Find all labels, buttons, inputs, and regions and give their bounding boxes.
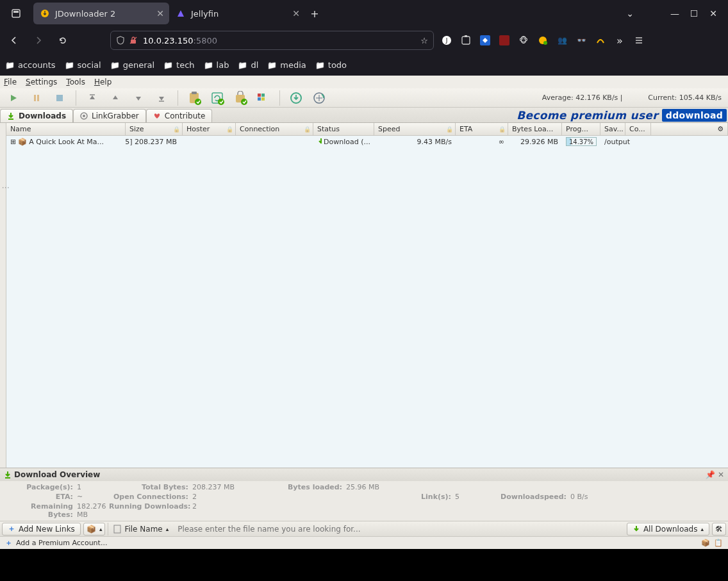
back-button[interactable] (5, 31, 23, 49)
ext-icon[interactable] (479, 34, 492, 47)
maximize-icon[interactable]: ☐ (684, 4, 704, 23)
reload-button[interactable] (54, 31, 72, 49)
ext-icon[interactable]: 🐵 (517, 34, 530, 47)
column-header[interactable]: Bytes Loa... (508, 123, 562, 135)
column-header[interactable]: Hoster🔒 (183, 123, 236, 135)
play-button[interactable] (4, 90, 23, 106)
reconnect-button[interactable] (310, 90, 329, 106)
heart-icon (153, 112, 161, 120)
status-text[interactable]: Add a Premium Account... (16, 539, 107, 547)
move-up-button[interactable] (106, 90, 125, 106)
tab-downloads[interactable]: Downloads (0, 109, 73, 122)
ext-icon[interactable] (536, 34, 549, 47)
close-icon[interactable]: ✕ (718, 470, 724, 479)
add-container-button[interactable]: 📦▴ (83, 523, 106, 536)
menu-help[interactable]: Help (94, 78, 112, 86)
side-handle[interactable] (0, 123, 6, 468)
bookmark-folder[interactable]: general (110, 60, 154, 70)
premium-banner[interactable]: Become premium user ddownload (517, 108, 728, 122)
move-top-button[interactable] (83, 90, 102, 106)
svg-rect-17 (37, 95, 39, 101)
jellyfin-icon (176, 8, 186, 19)
page-icon (113, 525, 121, 534)
column-header[interactable]: Speed🔒 (374, 123, 456, 135)
column-header[interactable]: Co... (625, 123, 651, 135)
navbar: 10.0.23.150:5800 ☆ J 🐵 👥 👓 » (0, 27, 728, 54)
clipboard-button[interactable] (185, 90, 204, 106)
column-header[interactable]: Prog... (562, 123, 600, 135)
ext-icon[interactable]: 👥 (556, 34, 568, 47)
speed-info: Average: 42.176 KB/s | Current: 105.44 K… (542, 94, 724, 102)
ext-icon[interactable] (594, 34, 607, 47)
bookmark-folder[interactable]: dl (238, 60, 258, 70)
new-tab-button[interactable]: + (305, 3, 324, 24)
tab-contribute[interactable]: Contribute (146, 109, 213, 122)
ext-icon[interactable]: J (440, 34, 453, 47)
bookmark-folder[interactable]: lab (204, 60, 229, 70)
folder-icon (204, 60, 213, 70)
folder-icon (238, 60, 247, 70)
bookmark-folder[interactable]: media (267, 60, 306, 70)
close-icon[interactable]: ✕ (156, 8, 164, 19)
browser-tab-jellyfin[interactable]: Jellyfin ✕ (169, 3, 305, 24)
table-row[interactable]: ⊞📦 A Quick Look At Ma...[5] 208.237 MB D… (6, 136, 728, 147)
svg-rect-30 (258, 97, 261, 101)
svg-rect-16 (34, 95, 36, 101)
auto-reconnect-button[interactable] (208, 90, 227, 106)
move-down-button[interactable] (129, 90, 148, 106)
ext-icon[interactable] (459, 34, 472, 47)
tab-linkgrabber[interactable]: LinkGrabber (73, 109, 146, 122)
column-header[interactable]: Size🔒 (126, 123, 183, 135)
menu-icon[interactable] (633, 34, 645, 47)
close-icon[interactable]: ✕ (292, 8, 300, 19)
bookmark-star-icon[interactable]: ☆ (420, 36, 428, 45)
window-controls: ⌄ — ☐ ✕ (620, 4, 723, 23)
columns-settings-icon[interactable]: ⚙ (651, 123, 728, 135)
ext-icon[interactable]: 👓 (575, 34, 588, 47)
minimize-icon[interactable]: — (665, 4, 684, 23)
ext-icon[interactable] (498, 34, 511, 47)
svg-rect-31 (261, 97, 265, 101)
status-icon[interactable]: 📋 (714, 539, 723, 547)
close-icon[interactable]: ✕ (704, 4, 723, 23)
toolbar: Average: 42.176 KB/s | Current: 105.44 K… (0, 88, 728, 108)
stop-button[interactable] (50, 90, 69, 106)
search-mode-button[interactable]: File Name ▴ (108, 523, 174, 536)
column-header[interactable]: Name (6, 123, 126, 135)
all-downloads-button[interactable]: All Downloads ▴ (627, 523, 709, 536)
titlebar: JDownloader 2 ✕ Jellyfin ✕ + ⌄ — ☐ ✕ (0, 0, 728, 27)
column-header[interactable]: ETA🔒 (456, 123, 508, 135)
url-bar[interactable]: 10.0.23.150:5800 ☆ (110, 31, 434, 50)
overview-header[interactable]: Download Overview 📌 ✕ (0, 468, 728, 481)
status-icon[interactable]: 📦 (701, 539, 710, 547)
forward-button[interactable] (29, 31, 47, 49)
premium-button[interactable] (231, 90, 250, 106)
bookmark-folder[interactable]: accounts (5, 60, 56, 70)
search-input[interactable] (174, 525, 624, 534)
shield-icon[interactable] (116, 36, 125, 45)
column-header[interactable]: Status (313, 123, 374, 135)
move-bottom-button[interactable] (152, 90, 171, 106)
menu-file[interactable]: File (4, 78, 17, 86)
pin-icon[interactable]: 📌 (706, 470, 715, 479)
tab-label: Jellyfin (191, 9, 219, 19)
column-header[interactable]: Connection🔒 (236, 123, 313, 135)
overflow-icon[interactable]: » (613, 34, 626, 47)
svg-rect-10 (499, 35, 509, 45)
settings-button[interactable]: 🛠 (712, 523, 726, 536)
update-button[interactable] (286, 90, 306, 106)
pause-button[interactable] (27, 90, 46, 106)
browser-tab-jdownloader[interactable]: JDownloader 2 ✕ (33, 3, 169, 24)
window-app-icon[interactable] (5, 3, 27, 24)
tab-list-icon[interactable]: ⌄ (620, 4, 640, 23)
bookmark-folder[interactable]: todo (315, 60, 347, 70)
menu-settings[interactable]: Settings (26, 78, 57, 86)
insecure-lock-icon[interactable] (129, 36, 138, 45)
bookmark-folder[interactable]: tech (163, 60, 194, 70)
column-header[interactable]: Sav... (600, 123, 625, 135)
download-grid[interactable]: ⊞📦 A Quick Look At Ma...[5] 208.237 MB D… (6, 136, 728, 468)
add-new-links-button[interactable]: ＋ Add New Links (2, 523, 81, 536)
menu-tools[interactable]: Tools (66, 78, 85, 86)
chunks-button[interactable] (254, 90, 273, 106)
bookmark-folder[interactable]: social (65, 60, 101, 70)
